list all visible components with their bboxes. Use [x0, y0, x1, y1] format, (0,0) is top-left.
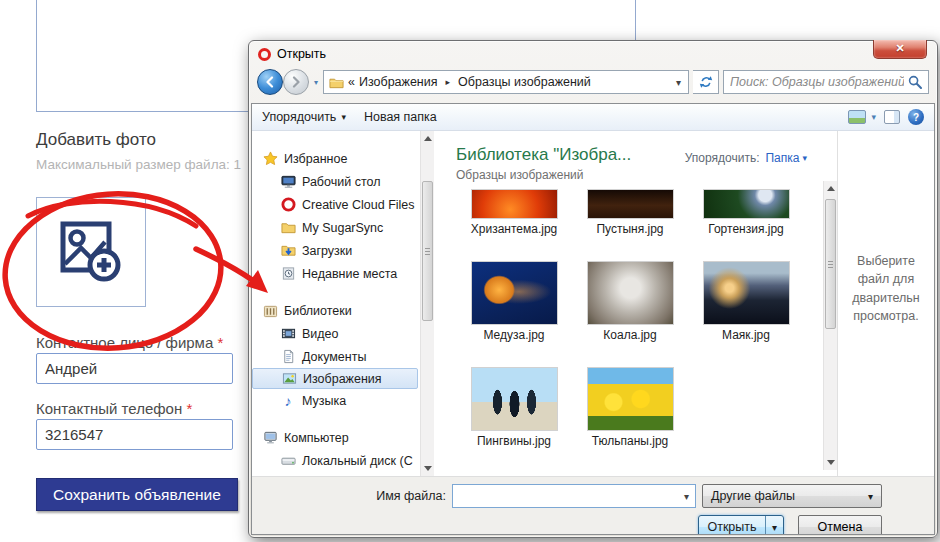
file-list-scrollbar[interactable]	[823, 181, 837, 470]
scroll-up-icon[interactable]	[424, 136, 432, 141]
sidebar-item-documents[interactable]: Документы	[252, 345, 420, 368]
search-input[interactable]	[730, 75, 904, 89]
search-box[interactable]	[723, 70, 929, 94]
file-thumbnail	[472, 368, 557, 430]
file-name: Коала.jpg	[572, 328, 688, 342]
sidebar-group-favorites[interactable]: Избранное	[252, 147, 420, 170]
recent-locations-dropdown[interactable]: ▾	[313, 78, 319, 87]
open-button[interactable]: Открыть	[699, 516, 765, 535]
refresh-icon	[699, 75, 713, 89]
sidebar-scrollbar[interactable]	[420, 131, 434, 476]
arrange-value: Папка	[765, 151, 799, 165]
command-toolbar: Упорядочить ▾ Новая папка ▾ ?	[252, 104, 934, 131]
contact-input[interactable]	[36, 353, 233, 384]
sidebar-item-video[interactable]: Видео	[252, 322, 420, 345]
file-thumbnail	[472, 262, 557, 324]
folder-icon	[329, 76, 344, 89]
sidebar-item-label: Недавние места	[302, 267, 397, 281]
contact-label-text: Контактное лицо / фирма	[36, 334, 213, 351]
computer-label: Компьютер	[284, 431, 349, 445]
sidebar-item-creative-cloud[interactable]: Creative Cloud Files	[252, 193, 420, 216]
scroll-up-icon[interactable]	[827, 186, 835, 191]
sidebar-item-music[interactable]: ♪ Музыка	[252, 389, 420, 412]
photo-upload-button[interactable]	[36, 197, 146, 307]
file-item[interactable]: Тюльпаны.jpg	[572, 368, 688, 448]
refresh-button[interactable]	[693, 70, 719, 94]
add-image-icon	[57, 218, 125, 286]
organize-menu-button[interactable]: Упорядочить ▾	[262, 110, 346, 124]
preview-pane: Выберите файл для дварительн просмотра.	[837, 131, 934, 476]
filetype-dropdown-icon: ▾	[868, 491, 873, 502]
buttons-row: Открыть ▾ Отмена	[252, 515, 882, 535]
phone-input[interactable]	[36, 419, 233, 450]
cancel-button[interactable]: Отмена	[798, 515, 882, 535]
address-dropdown-icon[interactable]: ▾	[674, 77, 683, 88]
dialog-title: Открыть	[277, 47, 326, 61]
scroll-down-icon[interactable]	[424, 466, 432, 471]
breadcrumb-item-sample-pictures[interactable]: Образцы изображений	[458, 75, 591, 89]
libraries-label: Библиотеки	[284, 304, 352, 318]
scrollbar-thumb[interactable]	[422, 181, 433, 321]
close-button[interactable]: ✕	[873, 40, 927, 59]
crumb-prefix[interactable]: «	[348, 75, 355, 89]
open-dropdown-icon[interactable]: ▾	[765, 516, 783, 535]
document-icon	[280, 349, 296, 365]
file-thumbnail	[704, 262, 789, 324]
file-item[interactable]: Пустыня.jpg	[572, 190, 688, 236]
sidebar-item-sugarsync[interactable]: My SugarSync	[252, 216, 420, 239]
sidebar-item-local-disk-c[interactable]: Локальный диск (C	[252, 449, 420, 472]
new-folder-button[interactable]: Новая папка	[364, 110, 437, 124]
file-item[interactable]: Хризантема.jpg	[456, 190, 572, 236]
star-icon	[262, 151, 278, 167]
file-name: Маяк.jpg	[688, 328, 804, 342]
file-thumbnail	[704, 190, 789, 218]
search-icon[interactable]	[908, 75, 922, 89]
sidebar-group-libraries[interactable]: Библиотеки	[252, 299, 420, 322]
filetype-select[interactable]: Другие файлы ▾	[702, 484, 882, 508]
preview-pane-toggle[interactable]	[884, 110, 900, 124]
open-file-dialog: Открыть ✕ ▾ « Изображения ▸ Образцы изоб…	[248, 40, 938, 538]
arrange-dropdown-icon: ▾	[802, 153, 807, 163]
breadcrumb-separator-icon: ▸	[442, 77, 455, 87]
filename-dropdown-icon[interactable]: ▾	[682, 491, 691, 502]
help-button[interactable]: ?	[908, 109, 924, 125]
breadcrumb[interactable]: « Изображения ▸ Образцы изображений ▾	[323, 70, 689, 94]
open-split-button[interactable]: Открыть ▾	[698, 515, 784, 535]
file-name: Пингвины.jpg	[456, 434, 572, 448]
file-name: Пустыня.jpg	[572, 222, 688, 236]
save-ad-button[interactable]: Сохранить объявление	[36, 478, 238, 511]
file-item[interactable]: Коала.jpg	[572, 262, 688, 342]
arrange-label: Упорядочить:	[685, 151, 760, 165]
sidebar-item-label: Локальный диск (C	[302, 454, 413, 468]
arrange-value-button[interactable]: Папка ▾	[765, 151, 807, 165]
file-grid: Хризантема.jpg Пустыня.jpg Гортензия.jpg…	[456, 190, 837, 474]
file-name: Гортензия.jpg	[688, 222, 804, 236]
sidebar-item-pictures[interactable]: Изображения	[252, 368, 418, 389]
forward-button[interactable]	[283, 69, 309, 95]
address-bar-row: ▾ « Изображения ▸ Образцы изображений ▾	[251, 67, 935, 103]
scrollbar-thumb[interactable]	[825, 199, 836, 329]
breadcrumb-item-pictures[interactable]: Изображения	[359, 75, 438, 89]
opera-icon	[258, 48, 271, 61]
new-folder-label: Новая папка	[364, 110, 437, 124]
filename-input[interactable]	[457, 489, 682, 503]
library-header: Библиотека "Изобра... Образцы изображени…	[456, 145, 837, 182]
filetype-value: Другие файлы	[711, 489, 868, 503]
file-item[interactable]: Гортензия.jpg	[688, 190, 804, 236]
sidebar-group-computer[interactable]: Компьютер	[252, 426, 420, 449]
sidebar-item-desktop[interactable]: Рабочий стол	[252, 170, 420, 193]
file-item[interactable]: Пингвины.jpg	[456, 368, 572, 448]
folder-icon	[280, 220, 296, 236]
video-icon	[280, 326, 296, 342]
views-button[interactable]: ▾	[848, 110, 876, 124]
scrollbar-grip	[828, 264, 833, 265]
dialog-titlebar[interactable]: Открыть ✕	[251, 41, 935, 67]
scroll-down-icon[interactable]	[827, 460, 835, 465]
file-item[interactable]: Медуза.jpg	[456, 262, 572, 342]
file-item[interactable]: Маяк.jpg	[688, 262, 804, 342]
back-button[interactable]	[257, 69, 283, 95]
filename-combobox[interactable]: ▾	[452, 484, 696, 508]
sidebar-item-label: Рабочий стол	[302, 175, 380, 189]
sidebar-item-downloads[interactable]: Загрузки	[252, 239, 420, 262]
sidebar-item-recent-places[interactable]: Недавние места	[252, 262, 420, 285]
